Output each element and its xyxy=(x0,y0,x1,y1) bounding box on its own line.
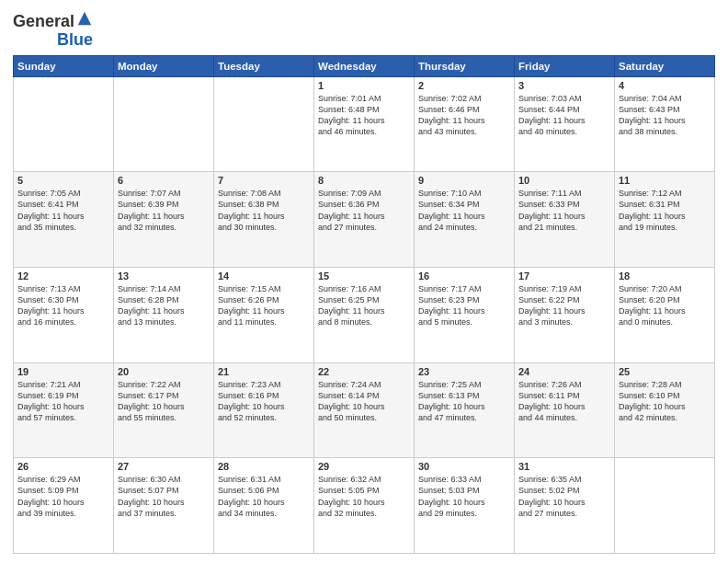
cell-details: Sunrise: 7:26 AM Sunset: 6:11 PM Dayligh… xyxy=(518,379,610,424)
calendar-cell: 10Sunrise: 7:11 AM Sunset: 6:33 PM Dayli… xyxy=(515,172,615,268)
calendar-cell: 8Sunrise: 7:09 AM Sunset: 6:36 PM Daylig… xyxy=(314,172,415,268)
day-number: 18 xyxy=(619,270,711,282)
day-number: 15 xyxy=(318,270,410,282)
day-number: 3 xyxy=(518,80,610,91)
cell-details: Sunrise: 7:28 AM Sunset: 6:10 PM Dayligh… xyxy=(619,379,711,424)
calendar-cell: 26Sunrise: 6:29 AM Sunset: 5:09 PM Dayli… xyxy=(14,458,114,554)
cell-details: Sunrise: 6:35 AM Sunset: 5:02 PM Dayligh… xyxy=(518,474,610,519)
calendar-cell: 31Sunrise: 6:35 AM Sunset: 5:02 PM Dayli… xyxy=(515,458,615,554)
calendar-cell: 30Sunrise: 6:33 AM Sunset: 5:03 PM Dayli… xyxy=(415,458,515,554)
calendar-cell: 24Sunrise: 7:26 AM Sunset: 6:11 PM Dayli… xyxy=(515,362,615,458)
day-number: 29 xyxy=(318,461,410,472)
day-number: 20 xyxy=(118,366,210,377)
calendar-cell: 23Sunrise: 7:25 AM Sunset: 6:13 PM Dayli… xyxy=(415,362,515,458)
cell-details: Sunrise: 7:09 AM Sunset: 6:36 PM Dayligh… xyxy=(318,188,410,233)
weekday-header-tuesday: Tuesday xyxy=(214,55,314,76)
calendar-cell: 2Sunrise: 7:02 AM Sunset: 6:46 PM Daylig… xyxy=(415,76,515,172)
day-number: 1 xyxy=(318,80,410,91)
day-number: 8 xyxy=(318,175,410,186)
day-number: 27 xyxy=(118,461,210,472)
calendar-cell: 19Sunrise: 7:21 AM Sunset: 6:19 PM Dayli… xyxy=(14,362,114,458)
calendar-cell: 9Sunrise: 7:10 AM Sunset: 6:34 PM Daylig… xyxy=(415,172,515,268)
day-number: 19 xyxy=(17,366,109,377)
day-number: 23 xyxy=(418,366,510,377)
day-number: 25 xyxy=(619,366,711,377)
calendar-cell: 28Sunrise: 6:31 AM Sunset: 5:06 PM Dayli… xyxy=(214,458,314,554)
calendar-cell xyxy=(114,76,214,172)
weekday-header-thursday: Thursday xyxy=(415,55,515,76)
day-number: 26 xyxy=(17,461,109,472)
calendar-cell: 20Sunrise: 7:22 AM Sunset: 6:17 PM Dayli… xyxy=(114,362,214,458)
weekday-header-sunday: Sunday xyxy=(14,55,114,76)
cell-details: Sunrise: 7:12 AM Sunset: 6:31 PM Dayligh… xyxy=(619,188,711,233)
calendar-cell: 4Sunrise: 7:04 AM Sunset: 6:43 PM Daylig… xyxy=(615,76,715,172)
cell-details: Sunrise: 6:30 AM Sunset: 5:07 PM Dayligh… xyxy=(118,474,210,519)
day-number: 9 xyxy=(418,175,510,186)
calendar-cell: 12Sunrise: 7:13 AM Sunset: 6:30 PM Dayli… xyxy=(14,267,114,362)
calendar-cell: 22Sunrise: 7:24 AM Sunset: 6:14 PM Dayli… xyxy=(314,362,415,458)
calendar-cell: 11Sunrise: 7:12 AM Sunset: 6:31 PM Dayli… xyxy=(615,172,715,268)
calendar-cell: 18Sunrise: 7:20 AM Sunset: 6:20 PM Dayli… xyxy=(615,267,715,362)
weekday-header-wednesday: Wednesday xyxy=(314,55,415,76)
calendar-cell: 5Sunrise: 7:05 AM Sunset: 6:41 PM Daylig… xyxy=(14,172,114,268)
svg-marker-0 xyxy=(78,12,91,25)
day-number: 17 xyxy=(518,270,610,282)
weekday-header-row: SundayMondayTuesdayWednesdayThursdayFrid… xyxy=(14,55,715,76)
calendar-cell: 14Sunrise: 7:15 AM Sunset: 6:26 PM Dayli… xyxy=(214,267,314,362)
day-number: 30 xyxy=(418,461,510,472)
calendar-cell: 21Sunrise: 7:23 AM Sunset: 6:16 PM Dayli… xyxy=(214,362,314,458)
calendar-week-row: 19Sunrise: 7:21 AM Sunset: 6:19 PM Dayli… xyxy=(14,362,715,458)
calendar-week-row: 1Sunrise: 7:01 AM Sunset: 6:48 PM Daylig… xyxy=(14,76,715,172)
day-number: 6 xyxy=(118,175,210,186)
calendar-cell: 1Sunrise: 7:01 AM Sunset: 6:48 PM Daylig… xyxy=(314,76,415,172)
day-number: 12 xyxy=(17,270,109,282)
day-number: 13 xyxy=(118,270,210,282)
calendar-cell xyxy=(615,458,715,554)
day-number: 4 xyxy=(619,80,711,91)
cell-details: Sunrise: 7:21 AM Sunset: 6:19 PM Dayligh… xyxy=(17,379,109,424)
calendar-cell: 15Sunrise: 7:16 AM Sunset: 6:25 PM Dayli… xyxy=(314,267,415,362)
logo-blue: Blue xyxy=(57,31,93,50)
day-number: 24 xyxy=(518,366,610,377)
weekday-header-saturday: Saturday xyxy=(615,55,715,76)
calendar-cell: 29Sunrise: 6:32 AM Sunset: 5:05 PM Dayli… xyxy=(314,458,415,554)
calendar-cell: 16Sunrise: 7:17 AM Sunset: 6:23 PM Dayli… xyxy=(415,267,515,362)
cell-details: Sunrise: 7:13 AM Sunset: 6:30 PM Dayligh… xyxy=(17,283,109,328)
cell-details: Sunrise: 6:33 AM Sunset: 5:03 PM Dayligh… xyxy=(418,474,510,519)
day-number: 31 xyxy=(518,461,610,472)
day-number: 10 xyxy=(518,175,610,186)
day-number: 22 xyxy=(318,366,410,377)
logo-general: General xyxy=(13,13,74,31)
day-number: 14 xyxy=(218,270,310,282)
day-number: 28 xyxy=(218,461,310,472)
cell-details: Sunrise: 7:14 AM Sunset: 6:28 PM Dayligh… xyxy=(118,283,210,328)
cell-details: Sunrise: 7:08 AM Sunset: 6:38 PM Dayligh… xyxy=(218,188,310,233)
day-number: 16 xyxy=(418,270,510,282)
cell-details: Sunrise: 7:22 AM Sunset: 6:17 PM Dayligh… xyxy=(118,379,210,424)
day-number: 7 xyxy=(218,175,310,186)
calendar-week-row: 12Sunrise: 7:13 AM Sunset: 6:30 PM Dayli… xyxy=(14,267,715,362)
cell-details: Sunrise: 7:17 AM Sunset: 6:23 PM Dayligh… xyxy=(418,283,510,328)
calendar-cell: 3Sunrise: 7:03 AM Sunset: 6:44 PM Daylig… xyxy=(515,76,615,172)
calendar-cell: 13Sunrise: 7:14 AM Sunset: 6:28 PM Dayli… xyxy=(114,267,214,362)
cell-details: Sunrise: 7:24 AM Sunset: 6:14 PM Dayligh… xyxy=(318,379,410,424)
header: General Blue xyxy=(13,9,715,50)
calendar-cell: 6Sunrise: 7:07 AM Sunset: 6:39 PM Daylig… xyxy=(114,172,214,268)
weekday-header-friday: Friday xyxy=(515,55,615,76)
cell-details: Sunrise: 6:29 AM Sunset: 5:09 PM Dayligh… xyxy=(17,474,109,519)
calendar-cell: 27Sunrise: 6:30 AM Sunset: 5:07 PM Dayli… xyxy=(114,458,214,554)
cell-details: Sunrise: 7:19 AM Sunset: 6:22 PM Dayligh… xyxy=(518,283,610,328)
logo-icon xyxy=(76,10,93,27)
cell-details: Sunrise: 7:16 AM Sunset: 6:25 PM Dayligh… xyxy=(318,283,410,328)
calendar-cell xyxy=(214,76,314,172)
page: General Blue SundayMondayTuesdayWednesda… xyxy=(0,0,728,563)
cell-details: Sunrise: 7:15 AM Sunset: 6:26 PM Dayligh… xyxy=(218,283,310,328)
cell-details: Sunrise: 6:32 AM Sunset: 5:05 PM Dayligh… xyxy=(318,474,410,519)
calendar-table: SundayMondayTuesdayWednesdayThursdayFrid… xyxy=(13,55,715,554)
weekday-header-monday: Monday xyxy=(114,55,214,76)
cell-details: Sunrise: 7:10 AM Sunset: 6:34 PM Dayligh… xyxy=(418,188,510,233)
calendar-week-row: 5Sunrise: 7:05 AM Sunset: 6:41 PM Daylig… xyxy=(14,172,715,268)
day-number: 2 xyxy=(418,80,510,91)
logo: General Blue xyxy=(13,13,93,50)
calendar-cell: 7Sunrise: 7:08 AM Sunset: 6:38 PM Daylig… xyxy=(214,172,314,268)
